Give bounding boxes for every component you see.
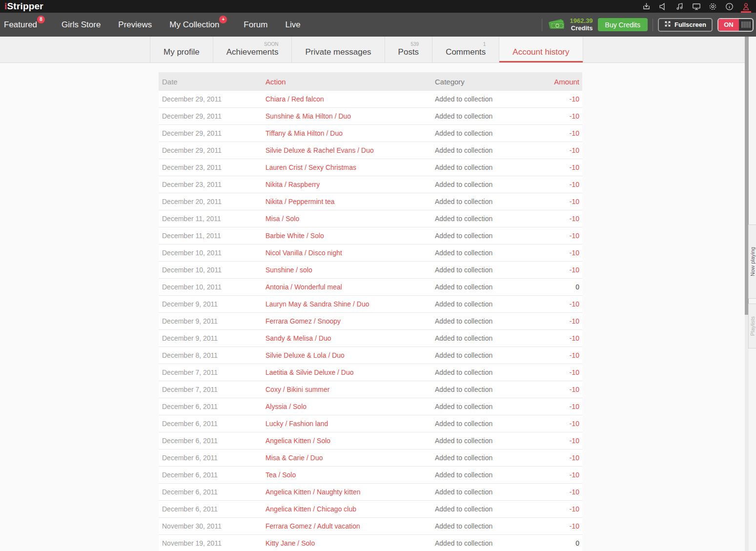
row-action-link[interactable]: Antonia / Wonderful meal xyxy=(262,283,431,291)
row-amount: -10 xyxy=(544,215,582,223)
row-action-link[interactable]: Nicol Vanilla / Disco night xyxy=(262,249,431,257)
row-action-link[interactable]: Tea / Solo xyxy=(262,471,431,479)
nav-item-live[interactable]: Live xyxy=(285,20,300,30)
music-icon[interactable] xyxy=(674,0,686,13)
row-date: December 6, 2011 xyxy=(159,471,262,479)
nav-item-forum[interactable]: Forum xyxy=(244,20,267,30)
info-icon[interactable] xyxy=(723,0,736,13)
row-category: Added to collection xyxy=(431,351,544,359)
row-amount: 0 xyxy=(544,283,582,291)
row-action-link[interactable]: Kitty Jane / Solo xyxy=(262,539,431,547)
fullscreen-button[interactable]: Fullscreen xyxy=(658,18,713,32)
nav-item-previews[interactable]: Previews xyxy=(118,20,152,30)
row-action-link[interactable]: Lauryn May & Sandra Shine / Duo xyxy=(262,300,431,308)
row-action-link[interactable]: Barbie White / Solo xyxy=(262,232,431,240)
credits-balance[interactable]: 1962.39 Credits xyxy=(547,17,593,33)
download-icon[interactable] xyxy=(640,0,653,13)
row-date: November 30, 2011 xyxy=(159,522,262,530)
table-row: December 6, 2011 Angelica Kitten / Solo … xyxy=(159,432,582,449)
row-category: Added to collection xyxy=(431,232,544,240)
row-action-link[interactable]: Nikita / Raspberry xyxy=(262,181,431,188)
on-off-toggle[interactable]: ON xyxy=(717,18,754,32)
row-amount: -10 xyxy=(544,146,582,154)
tab-super-label: 1 xyxy=(483,41,486,47)
row-date: December 8, 2011 xyxy=(159,351,262,359)
table-row: December 9, 2011 Sandy & Melisa / Duo Ad… xyxy=(159,330,582,347)
row-action-link[interactable]: Angelica Kitten / Chicago club xyxy=(262,505,431,513)
nav-item-girls-store[interactable]: Girls Store xyxy=(61,20,101,30)
row-category: Added to collection xyxy=(431,386,544,393)
table-row: December 6, 2011 Alyssia / Solo Added to… xyxy=(159,398,582,415)
row-category: Added to collection xyxy=(431,163,544,171)
row-action-link[interactable]: Angelica Kitten / Naughty kitten xyxy=(262,488,431,496)
row-action-link[interactable]: Alyssia / Solo xyxy=(262,403,431,410)
display-icon[interactable] xyxy=(690,0,702,13)
row-date: December 9, 2011 xyxy=(159,317,262,325)
tab-label: Posts xyxy=(398,47,419,57)
logo-text: Stripper xyxy=(7,1,43,11)
playlists-side-tab[interactable]: Playlists xyxy=(748,304,756,348)
row-date: December 20, 2011 xyxy=(159,198,262,205)
column-header-date: Date xyxy=(159,78,262,86)
row-action-link[interactable]: Silvie Deluxe & Rachel Evans / Duo xyxy=(262,146,431,154)
row-action-link[interactable]: Chiara / Red falcon xyxy=(262,95,431,103)
row-action-link[interactable]: Lauren Crist / Sexy Christmas xyxy=(262,163,431,171)
row-action-link[interactable]: Sandy & Melisa / Duo xyxy=(262,334,431,342)
money-icon xyxy=(547,17,567,33)
tab-comments[interactable]: 1 Comments xyxy=(432,37,499,62)
row-date: December 9, 2011 xyxy=(159,300,262,308)
row-action-link[interactable]: Sunshine / solo xyxy=(262,266,431,274)
speaker-icon[interactable] xyxy=(657,0,669,13)
row-action-link[interactable]: Laetitia & Silvie Deluxe / Duo xyxy=(262,368,431,376)
row-action-link[interactable]: Nikita / Peppermint tea xyxy=(262,198,431,205)
tab-account-history[interactable]: Account history xyxy=(499,37,583,62)
row-amount: -10 xyxy=(544,386,582,393)
tab-posts[interactable]: 539 Posts xyxy=(385,37,432,62)
row-action-link[interactable]: Tiffany & Mia Hilton / Duo xyxy=(262,129,431,137)
row-category: Added to collection xyxy=(431,522,544,530)
playlists-label: Playlists xyxy=(750,316,756,336)
nav-badge: 8 xyxy=(37,16,45,23)
row-date: December 10, 2011 xyxy=(159,283,262,291)
row-date: December 23, 2011 xyxy=(159,163,262,171)
row-action-link[interactable]: Silvie Deluxe & Lola / Duo xyxy=(262,351,431,359)
buy-credits-button[interactable]: Buy Credits xyxy=(598,18,648,31)
user-icon[interactable] xyxy=(740,0,752,13)
row-category: Added to collection xyxy=(431,403,544,410)
row-category: Added to collection xyxy=(431,146,544,154)
account-history-table: DateActionCategoryAmount December 29, 20… xyxy=(159,72,582,551)
row-action-link[interactable]: Misa & Carie / Duo xyxy=(262,454,431,462)
row-amount: -10 xyxy=(544,266,582,274)
row-amount: -10 xyxy=(544,232,582,240)
tab-label: Private messages xyxy=(305,47,371,57)
row-action-link[interactable]: Misa / Solo xyxy=(262,215,431,223)
table-row: December 29, 2011 Silvie Deluxe & Rachel… xyxy=(159,142,582,159)
nav-item-featured[interactable]: Featured 8 xyxy=(4,20,37,30)
tab-super-label: SOON xyxy=(264,41,278,47)
row-action-link[interactable]: Sunshine & Mia Hilton / Duo xyxy=(262,112,431,120)
fullscreen-label: Fullscreen xyxy=(674,21,706,28)
now-playing-side-tab[interactable]: Now playing xyxy=(748,224,756,299)
row-category: Added to collection xyxy=(431,505,544,513)
row-action-link[interactable]: Lucky / Fashion land xyxy=(262,420,431,428)
row-date: December 29, 2011 xyxy=(159,129,262,137)
row-category: Added to collection xyxy=(431,249,544,257)
row-category: Added to collection xyxy=(431,95,544,103)
table-row: December 20, 2011 Nikita / Peppermint te… xyxy=(159,193,582,210)
row-amount: -10 xyxy=(544,181,582,188)
row-amount: -10 xyxy=(544,454,582,462)
row-action-link[interactable]: Coxy / Bikini summer xyxy=(262,386,431,393)
table-row: December 6, 2011 Misa & Carie / Duo Adde… xyxy=(159,449,582,467)
row-action-link[interactable]: Angelica Kitten / Solo xyxy=(262,437,431,445)
nav-item-my-collection[interactable]: My Collection + xyxy=(169,20,219,30)
row-category: Added to collection xyxy=(431,198,544,205)
credits-label: Credits xyxy=(571,25,593,32)
settings-icon[interactable] xyxy=(707,0,719,13)
row-category: Added to collection xyxy=(431,215,544,223)
tab-my-profile[interactable]: My profile xyxy=(150,37,213,62)
row-action-link[interactable]: Ferrara Gomez / Snoopy xyxy=(262,317,431,325)
row-action-link[interactable]: Ferrara Gomez / Adult vacation xyxy=(262,522,431,530)
table-row: December 10, 2011 Sunshine / solo Added … xyxy=(159,262,582,279)
tab-private-messages[interactable]: Private messages xyxy=(291,37,384,62)
tab-achievements[interactable]: SOON Achievements xyxy=(213,37,292,62)
